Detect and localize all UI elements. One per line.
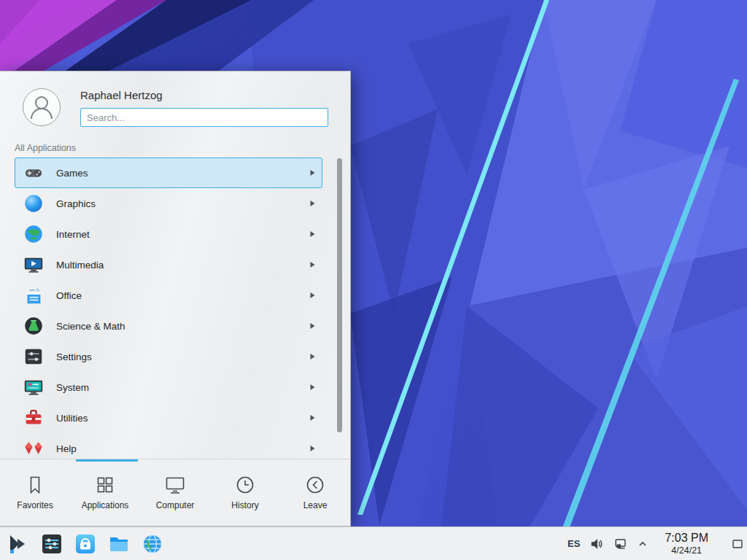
scrollbar[interactable]: [337, 158, 342, 432]
show-desktop-button[interactable]: [728, 527, 747, 560]
menu-item-games[interactable]: Games: [15, 158, 322, 188]
tab-label: Computer: [156, 500, 195, 510]
clock-date: 4/24/21: [665, 545, 708, 556]
tab-label: History: [231, 500, 258, 510]
app-launcher-button[interactable]: [6, 530, 31, 558]
internet-icon: [23, 223, 44, 245]
clock[interactable]: 7:03 PM 4/24/21: [665, 532, 708, 556]
menu-item-settings[interactable]: Settings: [15, 341, 322, 372]
chevron-right-icon: [309, 169, 316, 176]
multimedia-icon: [23, 254, 44, 276]
network-icon[interactable]: [614, 537, 628, 551]
menu-item-label: Graphics: [56, 198, 298, 209]
file-manager-button[interactable]: [107, 530, 131, 558]
menu-item-label: System: [56, 382, 298, 393]
software-center-button[interactable]: [73, 530, 98, 558]
search-input[interactable]: [80, 108, 328, 127]
application-category-list: Games Graphics Internet: [0, 156, 350, 459]
menu-item-label: Settings: [56, 351, 298, 362]
menu-item-system[interactable]: System: [15, 372, 322, 402]
chevron-right-icon: [309, 414, 316, 421]
menu-item-office[interactable]: Office: [15, 280, 322, 311]
section-label: All Applications: [0, 131, 350, 156]
terminal-icon: [41, 533, 63, 555]
menu-item-label: Help: [56, 443, 298, 454]
computer-icon: [164, 475, 186, 495]
terminal-button[interactable]: [39, 530, 64, 558]
tab-leave[interactable]: Leave: [280, 459, 350, 526]
menu-item-label: Internet: [56, 229, 298, 240]
chevron-right-icon: [309, 384, 316, 391]
taskbar: ES 7:03 PM 4/24/21: [0, 526, 747, 560]
desktop: Raphael Hertzog All Applications Games G…: [0, 0, 747, 560]
menu-item-multimedia[interactable]: Multimedia: [15, 249, 322, 280]
games-icon: [23, 162, 44, 184]
menu-item-help[interactable]: Help: [15, 433, 322, 459]
chevron-right-icon: [309, 200, 316, 207]
browser-icon: [142, 533, 163, 555]
applications-icon: [95, 475, 115, 495]
web-browser-button[interactable]: [140, 530, 165, 558]
menu-item-label: Utilities: [56, 413, 298, 424]
user-icon: [22, 88, 61, 127]
menu-item-label: Multimedia: [56, 260, 298, 271]
keyboard-layout-indicator[interactable]: ES: [568, 538, 580, 549]
menu-item-utilities[interactable]: Utilities: [15, 402, 322, 433]
app-launcher-icon: [7, 533, 29, 555]
menu-item-graphics[interactable]: Graphics: [15, 188, 322, 219]
menu-item-label: Science & Math: [56, 321, 298, 332]
menu-item-science-math[interactable]: Science & Math: [15, 311, 322, 341]
office-icon: [23, 284, 44, 306]
user-column: Raphael Hertzog: [80, 88, 328, 127]
tab-label: Favorites: [17, 500, 53, 510]
show-desktop-icon: [732, 538, 743, 550]
graphics-icon: [23, 192, 44, 214]
active-tab-indicator: [76, 459, 138, 462]
volume-icon[interactable]: [589, 537, 604, 551]
menu-item-internet[interactable]: Internet: [15, 219, 322, 249]
favorites-icon: [26, 475, 44, 495]
history-icon: [235, 475, 255, 495]
system-tray: ES 7:03 PM 4/24/21: [568, 527, 747, 560]
chevron-right-icon: [309, 445, 316, 452]
user-name: Raphael Hertzog: [80, 89, 328, 101]
utilities-icon: [23, 407, 44, 429]
system-icon: [23, 376, 44, 398]
menu-item-label: Games: [56, 168, 298, 179]
clock-time: 7:03 PM: [665, 532, 708, 545]
tray-expand-icon[interactable]: [638, 539, 648, 549]
leave-icon: [305, 475, 325, 495]
settings-icon: [23, 346, 44, 368]
tab-history[interactable]: History: [210, 459, 280, 526]
tab-computer[interactable]: Computer: [140, 459, 210, 526]
chevron-right-icon: [309, 292, 316, 299]
discover-icon: [74, 533, 96, 555]
tab-applications[interactable]: Applications: [70, 459, 140, 526]
tab-label: Leave: [303, 500, 328, 510]
help-icon: [23, 438, 44, 459]
chevron-right-icon: [309, 322, 316, 330]
tab-favorites[interactable]: Favorites: [0, 459, 70, 526]
chevron-right-icon: [309, 261, 316, 268]
user-avatar[interactable]: [22, 88, 61, 127]
launcher-tab-bar: Favorites Applications Computer History: [0, 459, 350, 526]
taskbar-launchers: [0, 530, 165, 558]
tab-label: Applications: [82, 500, 129, 510]
file-manager-icon: [108, 533, 130, 555]
science-icon: [23, 315, 44, 337]
chevron-right-icon: [309, 353, 316, 360]
application-launcher: Raphael Hertzog All Applications Games G…: [0, 71, 351, 526]
chevron-right-icon: [309, 230, 316, 238]
launcher-header: Raphael Hertzog: [0, 71, 350, 131]
menu-item-label: Office: [56, 290, 298, 301]
